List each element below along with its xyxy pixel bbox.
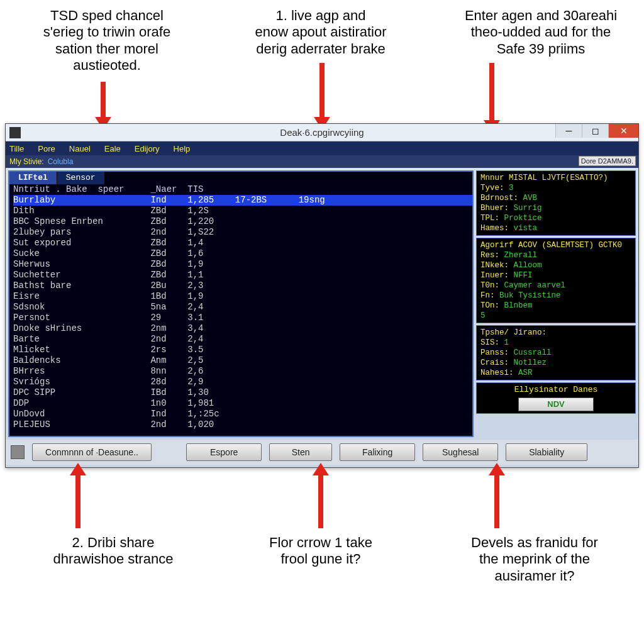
table-row[interactable]: DDP 1n0 1,981 [13, 398, 472, 409]
table-row[interactable]: Barte 2nd 2,4 [13, 334, 472, 345]
box-kv-row: Tyve: 3 [480, 183, 631, 193]
tab-liftel[interactable]: LIFtel [9, 172, 57, 184]
ndv-title: Ellysinator Danes [480, 385, 631, 395]
table-row[interactable]: Dith ZBd 1,2S [13, 206, 472, 216]
btn-command-of-deasune[interactable]: Conmnnn of ·Deasune.. [32, 443, 152, 461]
status-value: Colubla [48, 157, 74, 166]
menu-help[interactable]: Help [174, 144, 191, 153]
table-row[interactable]: Suchetter ZBd 1,1 [13, 270, 472, 280]
table-row[interactable]: Sucke ZBd 1,6 [13, 248, 472, 259]
box-kv-row: Res: Zherall [480, 250, 631, 260]
tab-sensor[interactable]: Sensor [57, 172, 105, 184]
arrow-bot-center-icon [318, 473, 323, 528]
table-row[interactable]: SHerwus ZBd 1,9 [13, 259, 472, 270]
ndv-box: Ellysinator Danes NDV [476, 382, 636, 414]
dore-value: D2AMMA9. [598, 157, 633, 165]
titlebar[interactable]: Deak·6.cpgirwcyiing ─ ◻ ✕ [6, 124, 638, 142]
annotation-top-left: TSD sped chancel s'erieg to triwin orafe… [13, 8, 201, 74]
box-title: Agorirf ACOV (SALEMTSET) GCTK0 [480, 240, 631, 250]
box-kv-row: TPL: Proktice [480, 213, 631, 223]
box-kv-row: Bhuer: Surrig [480, 203, 631, 213]
bottom-mini-icon[interactable] [11, 445, 25, 459]
arrow-top-right-icon [489, 63, 494, 123]
table-row[interactable]: PLEJEUS 2nd 1,020 [13, 419, 472, 430]
box-kv-row: SIS: 1 [480, 338, 631, 348]
annotation-bot-left: 2. Dribi share dhrawishoe strance [31, 535, 195, 568]
box-extra: 5 [480, 311, 631, 321]
arrow-top-left-icon [101, 82, 106, 119]
box-kv-row: Panss: Cussrall [480, 348, 631, 358]
dore-field[interactable]: Dore D2AMMA9. [579, 156, 636, 166]
box-kv-row: Hames: vista [480, 223, 631, 233]
arrow-top-center-icon [319, 63, 325, 119]
btn-sten[interactable]: Sten [269, 443, 332, 461]
table-row[interactable]: Dnoke sHrines 2nm 3,4 [13, 323, 472, 334]
menu-nauel[interactable]: Nauel [69, 144, 91, 153]
box-kv-row: TOn: Blnbem [480, 301, 631, 311]
menu-eale[interactable]: Eale [104, 144, 121, 153]
window-title: Deak·6.cpgirwcyiing [6, 127, 638, 138]
box-kv-row: Bdrnost: AVB [480, 193, 631, 203]
box-kv-row: Fn: Buk Tysistine [480, 291, 631, 301]
table-row[interactable]: Sdsnok 5na 2,4 [13, 302, 472, 313]
table-row[interactable]: DPC SIPP IBd 1,30 [13, 387, 472, 398]
table-row[interactable]: BHrres 8nn 2,6 [13, 366, 472, 377]
maximize-button[interactable]: ◻ [582, 124, 608, 138]
table-row[interactable]: UnDovd Ind 1,:25c [13, 409, 472, 419]
box-kv-row: T0n: Caymer aarvel [480, 280, 631, 291]
box-kv-row: Inuer: NFFI [480, 270, 631, 280]
list-header: Nntriut . Bake speer _Naer TIS [9, 184, 472, 195]
info-box-1: Mnnur MISTAL LJVTF(ESATTO?) Tyve: 3 Bdrn… [476, 170, 636, 236]
box-title: Tpshe/ Jirano: [480, 328, 631, 338]
close-button[interactable]: ✕ [608, 124, 638, 138]
box-kv-row: INkek: Alloom [480, 260, 631, 270]
btn-sughesal[interactable]: Sughesal [423, 443, 498, 461]
table-row[interactable]: Eisre 1Bd 1,9 [13, 291, 472, 302]
table-row[interactable]: BBC Spnese Enrben ZBd 1,220 [13, 216, 472, 227]
table-row[interactable]: Burrlaby Ind 1,285 17-2BS 19sng [13, 195, 472, 206]
minimize-button[interactable]: ─ [555, 124, 582, 138]
annotation-top-right: Enter agen and 30areahi theo-udded aud f… [440, 8, 641, 57]
main-list-panel[interactable]: LIFtel Sensor Nntriut . Bake speer _Naer… [8, 170, 474, 437]
side-panel: Mnnur MISTAL LJVTF(ESATTO?) Tyve: 3 Bdrn… [476, 170, 636, 437]
table-row[interactable]: Mlicket 2rs 3.5 [13, 345, 472, 355]
info-box-2: Agorirf ACOV (SALEMTSET) GCTK0 Res: Zher… [476, 238, 636, 323]
menu-pore[interactable]: Pore [38, 144, 55, 153]
menu-tille[interactable]: Tille [9, 144, 24, 153]
table-row[interactable]: Svriógs 28d 2,9 [13, 377, 472, 387]
table-row[interactable]: 2lubey pars 2nd 1,S22 [13, 227, 472, 238]
btn-espore[interactable]: Espore [186, 443, 262, 461]
table-row[interactable]: Bathst bare 2Bu 2,3 [13, 280, 472, 291]
annotation-top-center: 1. live agp and enow apout aistiratior d… [220, 8, 421, 57]
box-kv-row: Nahesi: ASR [480, 368, 631, 378]
info-box-3: Tpshe/ Jirano: SIS: 1 Panss: Cussrall Cr… [476, 325, 636, 380]
box-title: Mnnur MISTAL LJVTF(ESATTO?) [480, 173, 631, 183]
annotation-bot-right: Devels as franidu for the meprink of the… [440, 535, 629, 584]
btn-falixing[interactable]: Falixing [340, 443, 415, 461]
status-bar: Mly Stivie: Colubla Dore D2AMMA9. [6, 155, 638, 168]
arrow-bot-right-icon [494, 473, 499, 528]
ndv-button[interactable]: NDV [518, 397, 594, 411]
box-kv-row: Crais: Notllez [480, 358, 631, 368]
annotation-bot-center: Flor crrow 1 take frool gune it? [239, 535, 402, 568]
status-label: Mly Stivie: [9, 157, 44, 166]
app-icon [9, 127, 21, 138]
dore-label: Dore [581, 157, 596, 165]
app-window: Deak·6.cpgirwcyiing ─ ◻ ✕ Tille Pore Nau… [5, 123, 639, 468]
menu-edijory[interactable]: Edijory [135, 144, 160, 153]
btn-slabiality[interactable]: Slabiality [506, 443, 587, 461]
table-row[interactable]: Baldencks Anm 2,5 [13, 355, 472, 366]
table-row[interactable]: Persnot 29 3.1 [13, 313, 472, 323]
list-rows[interactable]: Burrlaby Ind 1,285 17-2BS 19sng Dith ZBd… [9, 195, 472, 430]
bottom-toolbar: Conmnnn of ·Deasune.. Espore Sten Falixi… [6, 440, 638, 465]
table-row[interactable]: Sut expored ZBd 1,4 [13, 238, 472, 248]
arrow-bot-left-icon [75, 473, 80, 528]
menubar: Tille Pore Nauel Eale Edijory Help [6, 142, 638, 155]
